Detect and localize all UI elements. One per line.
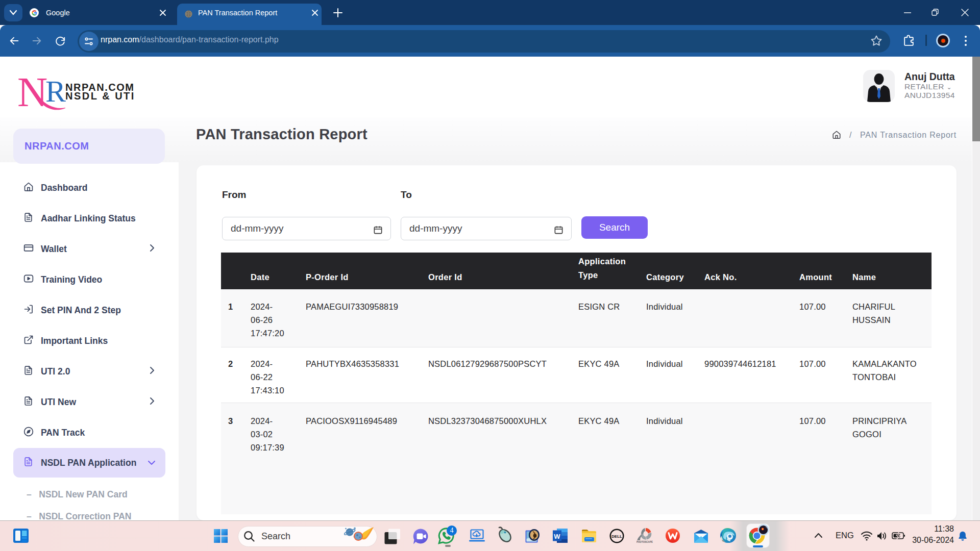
svg-text:PHOTOSCAPE: PHOTOSCAPE <box>636 541 653 543</box>
svg-text:DELL: DELL <box>611 534 622 539</box>
svg-text:W: W <box>554 533 560 540</box>
